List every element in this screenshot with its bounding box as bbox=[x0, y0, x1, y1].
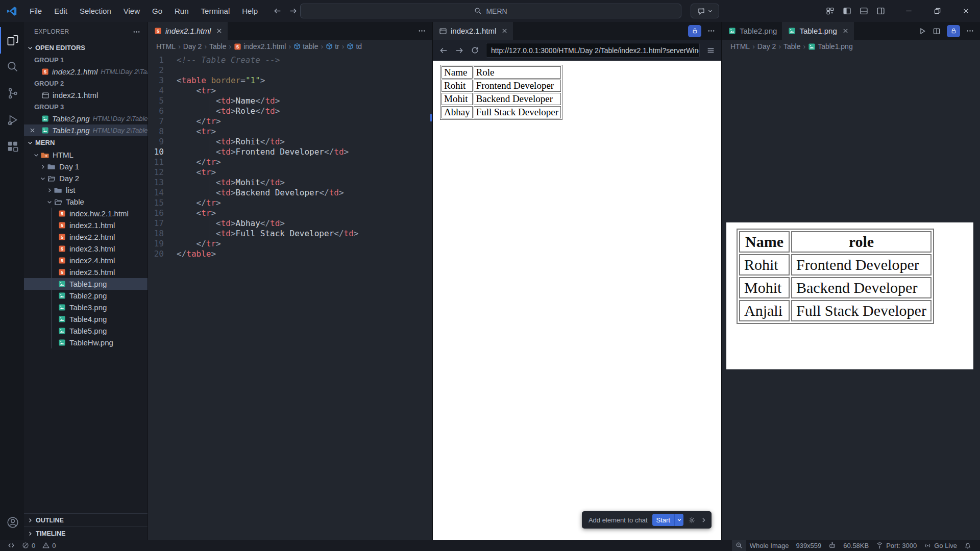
code-line-17[interactable]: 17 <td>Abhay</td> bbox=[148, 218, 432, 229]
browser-forward-button[interactable] bbox=[455, 46, 464, 55]
status-copilot-status[interactable] bbox=[825, 540, 840, 551]
status-live-server-port[interactable]: Port: 3000 bbox=[872, 540, 920, 551]
open-editor-item-index2.1.html[interactable]: 5index2.1.htmlHTML\Day 2\Table bbox=[24, 66, 148, 78]
menu-terminal[interactable]: Terminal bbox=[195, 0, 236, 22]
menu-selection[interactable]: Selection bbox=[74, 0, 117, 22]
copilot-menu-button[interactable] bbox=[691, 4, 719, 18]
code-line-20[interactable]: 20</table> bbox=[148, 249, 432, 259]
section-outline[interactable]: OUTLINE bbox=[24, 513, 148, 527]
editor-lock-button[interactable] bbox=[947, 25, 960, 37]
code-line-18[interactable]: 18 <td>Full Stack Developer</td> bbox=[148, 229, 432, 239]
history-back-button[interactable] bbox=[273, 7, 282, 15]
activity-source-control-button[interactable] bbox=[0, 80, 24, 107]
breadcrumb-item-Table[interactable]: Table bbox=[783, 42, 800, 51]
breadcrumb-item-table[interactable]: table bbox=[293, 42, 318, 51]
tree-item-index2.1.html[interactable]: 5index2.1.html bbox=[24, 219, 148, 231]
menu-run[interactable]: Run bbox=[168, 0, 195, 22]
breadcrumb-item-tr[interactable]: tr bbox=[326, 42, 339, 51]
code-line-6[interactable]: 6 <td>Role</td> bbox=[148, 106, 432, 116]
toggle-secondary-sidebar-button[interactable] bbox=[876, 7, 885, 15]
restore-button[interactable] bbox=[923, 0, 951, 22]
code-line-9[interactable]: 9 <td>Rohit</td> bbox=[148, 137, 432, 147]
close-tab-icon[interactable] bbox=[501, 28, 508, 34]
code-line-1[interactable]: 1<!-- Table Create --> bbox=[148, 55, 432, 65]
status-remote-indicator[interactable] bbox=[4, 540, 18, 551]
breadcrumb-item-td[interactable]: td bbox=[347, 42, 362, 51]
activity-extensions-button[interactable] bbox=[0, 133, 24, 160]
status-image-dimensions[interactable]: 939x559 bbox=[792, 540, 825, 551]
code-editor[interactable]: 1<!-- Table Create -->23<table border="1… bbox=[148, 53, 432, 540]
menu-view[interactable]: View bbox=[117, 0, 146, 22]
toggle-panel-button[interactable] bbox=[860, 7, 868, 15]
open-editor-item-Table2.png[interactable]: Table2.pngHTML\Day 2\Table bbox=[24, 113, 148, 124]
close-window-button[interactable] bbox=[951, 0, 980, 22]
run-preview-button[interactable] bbox=[918, 27, 926, 35]
tree-item-Day 1[interactable]: Day 1 bbox=[24, 161, 148, 172]
breadcrumb-item-HTML[interactable]: HTML bbox=[156, 42, 176, 51]
activity-account-button[interactable] bbox=[0, 509, 24, 536]
start-button[interactable]: Start bbox=[652, 514, 683, 526]
code-line-2[interactable]: 2 bbox=[148, 65, 432, 76]
code-line-19[interactable]: 19 </tr> bbox=[148, 239, 432, 249]
tree-item-Table4.png[interactable]: Table4.png bbox=[24, 313, 148, 325]
code-line-16[interactable]: 16 <tr> bbox=[148, 208, 432, 218]
section-timeline[interactable]: TIMELINE bbox=[24, 527, 148, 540]
tree-item-index.hw.2.1.html[interactable]: 5index.hw.2.1.html bbox=[24, 208, 148, 219]
code-line-10[interactable]: 10 <td>Frontend Developer</td> bbox=[148, 147, 432, 157]
tree-item-Table[interactable]: Table bbox=[24, 196, 148, 208]
code-line-4[interactable]: 4 <tr> bbox=[148, 86, 432, 96]
open-editor-item-Table1.png[interactable]: Table1.pngHTML\Day 2\Table bbox=[24, 124, 148, 136]
breadcrumb-item-Day 2[interactable]: Day 2 bbox=[757, 42, 776, 51]
tree-item-index2.3.html[interactable]: 5index2.3.html bbox=[24, 243, 148, 255]
code-line-11[interactable]: 11 </tr> bbox=[148, 157, 432, 167]
tree-item-index2.4.html[interactable]: 5index2.4.html bbox=[24, 255, 148, 266]
menu-help[interactable]: Help bbox=[236, 0, 264, 22]
explorer-more-actions-button[interactable] bbox=[133, 28, 140, 36]
close-editor-icon[interactable] bbox=[29, 127, 36, 134]
open-editors-section-header[interactable]: OPEN EDITORS bbox=[24, 41, 148, 54]
open-editor-item-index2.1.html[interactable]: index2.1.html bbox=[24, 89, 148, 101]
status-image-zoom-mode[interactable]: Whole Image bbox=[746, 540, 793, 551]
tree-item-Table1.png[interactable]: Table1.png bbox=[24, 278, 148, 290]
tree-item-list[interactable]: list bbox=[24, 184, 148, 196]
tree-item-index2.2.html[interactable]: 5index2.2.html bbox=[24, 231, 148, 243]
split-editor-button[interactable] bbox=[933, 27, 941, 35]
tree-item-Table3.png[interactable]: Table3.png bbox=[24, 302, 148, 313]
status-image-zoom-out[interactable] bbox=[732, 540, 746, 551]
breadcrumb-item-HTML[interactable]: HTML bbox=[730, 42, 750, 51]
editor-more-actions-button[interactable] bbox=[707, 27, 715, 35]
minimize-button[interactable] bbox=[894, 0, 923, 22]
menu-edit[interactable]: Edit bbox=[48, 0, 74, 22]
breadcrumb-item-Table[interactable]: Table bbox=[209, 42, 226, 51]
tab-browser-index2-1-html[interactable]: index2.1.html bbox=[433, 22, 513, 40]
workspace-section-header[interactable]: MERN bbox=[24, 136, 148, 149]
code-line-12[interactable]: 12 <tr> bbox=[148, 167, 432, 178]
editor-more-actions-button[interactable] bbox=[966, 27, 974, 35]
status-problems-errors[interactable]: 0 bbox=[18, 540, 39, 551]
menu-go[interactable]: Go bbox=[146, 0, 168, 22]
tree-item-Table5.png[interactable]: Table5.png bbox=[24, 325, 148, 337]
status-notifications[interactable] bbox=[961, 540, 975, 551]
status-image-file-size[interactable]: 60.58KB bbox=[840, 540, 872, 551]
tree-item-index2.5.html[interactable]: 5index2.5.html bbox=[24, 266, 148, 278]
tree-item-Table2.png[interactable]: Table2.png bbox=[24, 290, 148, 302]
status-go-live[interactable]: Go Live bbox=[920, 540, 961, 551]
tab-Table1.png[interactable]: Table1.png bbox=[782, 22, 853, 40]
activity-explorer-button[interactable] bbox=[0, 27, 24, 54]
code-line-5[interactable]: 5 <td>Name</td> bbox=[148, 96, 432, 106]
activity-search-button[interactable] bbox=[0, 54, 24, 80]
menu-file[interactable]: File bbox=[23, 0, 48, 22]
status-problems-warnings[interactable]: 0 bbox=[39, 540, 59, 551]
image-preview-area[interactable]: Namerole RohitFrontend DeveloperMohitBac… bbox=[722, 53, 980, 540]
editor-lock-button[interactable] bbox=[688, 25, 701, 37]
editor-more-actions-button[interactable] bbox=[418, 27, 426, 35]
command-center-search[interactable]: MERN bbox=[300, 4, 681, 18]
chevron-right-icon[interactable] bbox=[700, 517, 707, 523]
code-line-15[interactable]: 15 </tr> bbox=[148, 198, 432, 208]
tree-item-HTML[interactable]: HTML bbox=[24, 149, 148, 161]
code-line-14[interactable]: 14 <td>Backend Developer</td> bbox=[148, 188, 432, 198]
tab-Table2.png[interactable]: Table2.png bbox=[722, 22, 782, 40]
breadcrumb-item-Table1.png[interactable]: Table1.png bbox=[808, 42, 853, 51]
gear-icon[interactable] bbox=[688, 516, 696, 524]
browser-back-button[interactable] bbox=[439, 46, 448, 55]
